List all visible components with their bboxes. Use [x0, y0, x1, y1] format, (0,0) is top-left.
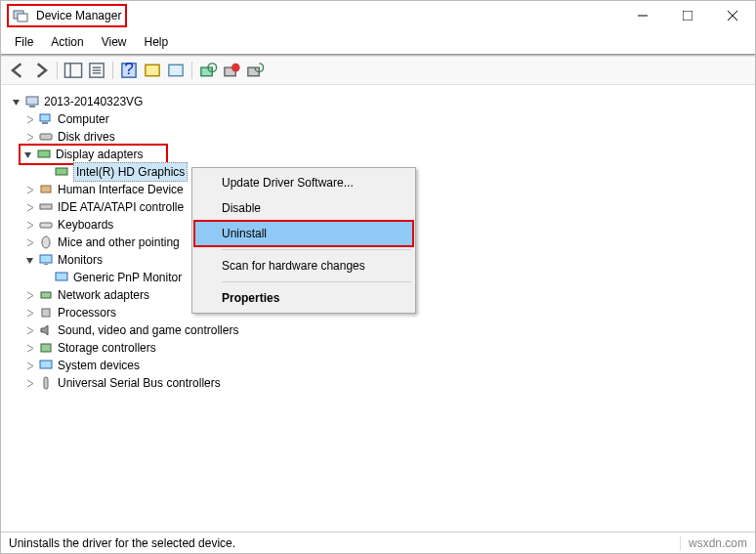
menu-action[interactable]: Action [43, 32, 91, 52]
close-button[interactable] [710, 1, 755, 30]
back-button[interactable] [7, 60, 28, 81]
network-icon [38, 287, 54, 303]
node-label: Mice and other pointing [58, 234, 180, 251]
svg-rect-1 [18, 14, 27, 21]
node-label: Storage controllers [58, 339, 156, 357]
svg-rect-33 [44, 264, 48, 265]
chevron-right-icon[interactable] [22, 306, 36, 320]
processor-icon [38, 305, 54, 320]
svg-rect-39 [44, 377, 48, 389]
uninstall-button[interactable] [221, 60, 242, 81]
computer-root-icon [24, 94, 40, 109]
disk-icon [38, 129, 54, 145]
chevron-down-icon[interactable] [9, 95, 22, 108]
svg-rect-24 [42, 122, 48, 124]
minimize-button[interactable] [620, 1, 665, 30]
help-button[interactable]: ? [118, 60, 140, 81]
chevron-down-icon[interactable] [22, 253, 36, 267]
svg-rect-28 [41, 186, 51, 192]
show-hide-console-tree-button[interactable] [63, 60, 84, 81]
tree-node-usb[interactable]: Universal Serial Bus controllers [9, 374, 755, 392]
window-title-highlight: Device Manager [7, 4, 127, 27]
usb-icon [38, 375, 54, 391]
monitor-icon [38, 252, 54, 268]
ctx-update-driver[interactable]: Update Driver Software... [194, 170, 413, 195]
ctx-scan-hardware[interactable]: Scan for hardware changes [194, 253, 413, 278]
tree-node-sound[interactable]: Sound, video and game controllers [9, 321, 755, 339]
node-label: Monitors [58, 251, 103, 269]
menu-view[interactable]: View [94, 32, 135, 52]
node-label: 2013-20140323VG [44, 93, 143, 110]
svg-rect-36 [42, 309, 50, 317]
chevron-right-icon[interactable] [22, 218, 36, 232]
chevron-right-icon[interactable] [22, 323, 36, 337]
svg-rect-30 [40, 223, 52, 228]
chevron-right-icon[interactable] [22, 376, 36, 390]
svg-rect-25 [40, 134, 52, 140]
chevron-right-icon[interactable] [22, 200, 36, 214]
action-button-1[interactable] [142, 60, 163, 81]
storage-icon [38, 340, 54, 356]
context-menu: Update Driver Software... Disable Uninst… [191, 167, 416, 314]
svg-rect-34 [56, 273, 67, 280]
chevron-right-icon[interactable] [22, 341, 36, 355]
tree-node-storage[interactable]: Storage controllers [9, 339, 755, 357]
svg-point-19 [231, 64, 240, 72]
svg-rect-32 [40, 255, 52, 263]
statusbar: Uninstalls the driver for the selected d… [1, 532, 755, 553]
node-label: Sound, video and game controllers [58, 321, 238, 339]
menu-file[interactable]: File [7, 32, 41, 52]
status-text: Uninstalls the driver for the selected d… [9, 536, 235, 550]
titlebar: Device Manager [1, 1, 755, 30]
display-adapter-icon [36, 147, 52, 162]
node-label: Computer [58, 110, 109, 128]
svg-rect-6 [64, 64, 81, 77]
toolbar: ? [1, 56, 755, 85]
svg-rect-22 [29, 106, 35, 107]
update-driver-button[interactable] [244, 60, 266, 81]
svg-rect-38 [40, 361, 52, 368]
menu-help[interactable]: Help [137, 32, 177, 52]
chevron-down-icon[interactable] [21, 148, 34, 161]
action-button-2[interactable] [165, 60, 187, 81]
chevron-right-icon[interactable] [22, 288, 36, 302]
ide-icon [38, 199, 54, 215]
svg-rect-29 [40, 204, 52, 209]
ctx-separator [222, 249, 411, 250]
ctx-uninstall[interactable]: Uninstall [193, 220, 414, 247]
display-adapter-icon [54, 164, 69, 180]
node-label: IDE ATA/ATAPI controlle [58, 198, 184, 216]
node-label: System devices [58, 357, 140, 374]
chevron-right-icon[interactable] [22, 359, 36, 372]
computer-icon [38, 111, 54, 127]
node-label: Generic PnP Monitor [73, 269, 182, 286]
svg-rect-35 [41, 292, 51, 298]
maximize-button[interactable] [665, 1, 710, 30]
node-label[interactable]: Display adapters [56, 146, 143, 163]
tree-root[interactable]: 2013-20140323VG [9, 93, 755, 110]
svg-rect-15 [169, 64, 183, 75]
node-label-selected[interactable]: Intel(R) HD Graphics [73, 162, 188, 182]
chevron-right-icon[interactable] [22, 235, 36, 249]
tree-node-system[interactable]: System devices [9, 357, 755, 374]
properties-button[interactable] [86, 60, 107, 81]
menubar: File Action View Help [1, 30, 755, 54]
chevron-right-icon[interactable] [22, 130, 36, 144]
window-controls [620, 1, 755, 30]
chevron-right-icon[interactable] [22, 183, 36, 196]
svg-rect-23 [40, 114, 50, 121]
mouse-icon [38, 234, 54, 250]
ctx-disable[interactable]: Disable [194, 195, 413, 221]
tree-node-computer[interactable]: Computer [9, 110, 755, 128]
forward-button[interactable] [30, 60, 52, 81]
monitor-icon [54, 270, 69, 285]
node-label: Keyboards [58, 216, 113, 234]
svg-rect-26 [38, 150, 50, 157]
ctx-properties[interactable]: Properties [194, 285, 413, 311]
node-label: Network adapters [58, 286, 149, 304]
svg-rect-37 [41, 344, 51, 352]
scan-hardware-button[interactable] [197, 60, 219, 81]
node-label: Human Interface Device [58, 181, 184, 198]
chevron-right-icon[interactable] [22, 112, 36, 126]
svg-rect-14 [146, 64, 159, 75]
